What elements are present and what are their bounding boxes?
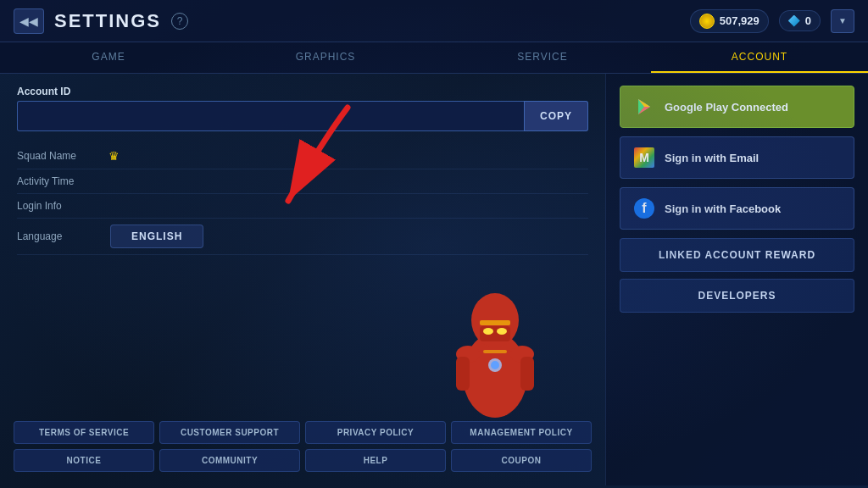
dropdown-button[interactable]: ▼ [831, 9, 854, 33]
coupon-button[interactable]: COUPON [451, 449, 592, 472]
page-title: SETTINGS [54, 10, 161, 32]
google-play-button[interactable]: Google Play Connected [620, 86, 854, 128]
tab-game[interactable]: GAME [0, 42, 217, 73]
svg-rect-9 [456, 357, 470, 391]
activity-time-label: Activity Time [17, 175, 102, 187]
left-panel: Account ID COPY Squad Name ♛ Activity Ti… [0, 74, 605, 485]
svg-point-3 [483, 328, 493, 335]
google-play-label: Google Play Connected [665, 101, 788, 114]
facebook-label: Sign in with Facebook [665, 202, 781, 215]
svg-point-6 [491, 361, 499, 369]
management-policy-button[interactable]: MANAGEMENT POLICY [451, 421, 592, 444]
language-label: Language [17, 230, 102, 242]
tabs-bar: GAME GRAPHICS SERVICE ACCOUNT [0, 42, 868, 74]
gem-icon [788, 15, 800, 27]
privacy-policy-button[interactable]: PRIVACY POLICY [305, 421, 446, 444]
facebook-signin-button[interactable]: f Sign in with Facebook [620, 187, 854, 230]
gmail-icon: M [634, 147, 654, 168]
back-button[interactable]: ◀◀ [14, 8, 44, 34]
terms-of-service-button[interactable]: TERMS OF SERVICE [14, 421, 154, 444]
gems-value: 0 [805, 14, 811, 27]
info-rows: Squad Name ♛ Activity Time Login Info La… [17, 143, 588, 255]
coins-value: 507,929 [720, 14, 760, 27]
language-row: Language ENGLISH [17, 219, 588, 255]
tab-graphics[interactable]: GRAPHICS [217, 42, 434, 73]
misc-button-row: NOTICE COMMUNITY HELP COUPON [14, 449, 592, 472]
header-bar: ◀◀ SETTINGS ? 507,929 0 ▼ [0, 0, 868, 42]
email-signin-button[interactable]: M Sign in with Email [620, 136, 854, 179]
settings-screen: ◀◀ SETTINGS ? 507,929 0 ▼ GAME GRAPHICS … [0, 0, 868, 488]
community-button[interactable]: COMMUNITY [159, 449, 300, 472]
developers-button[interactable]: DEVELOPERS [620, 279, 854, 313]
email-label: Sign in with Email [665, 152, 759, 164]
login-info-row: Login Info [17, 194, 588, 219]
notice-button[interactable]: NOTICE [14, 449, 154, 472]
facebook-icon: f [634, 198, 654, 219]
right-bottom-buttons: LINKED ACCOUNT REWARD DEVELOPERS [620, 238, 854, 319]
crown-icon: ♛ [108, 149, 120, 163]
header-right: 507,929 0 ▼ [690, 9, 854, 33]
account-id-input[interactable] [17, 101, 524, 131]
svg-rect-2 [480, 326, 510, 341]
account-id-label: Account ID [17, 86, 588, 97]
login-info-label: Login Info [17, 200, 102, 212]
customer-support-button[interactable]: CUSTOMER SUPPORT [159, 421, 300, 444]
svg-point-4 [497, 328, 507, 335]
account-id-row: COPY [17, 101, 588, 131]
svg-rect-12 [483, 350, 507, 353]
google-play-icon [634, 97, 654, 117]
help-button[interactable]: HELP [305, 449, 446, 472]
right-panel: Google Play Connected M Sign in with Ema… [605, 74, 868, 485]
svg-rect-11 [480, 320, 510, 325]
account-id-section: Account ID COPY [17, 86, 588, 131]
coins-badge: 507,929 [690, 9, 769, 33]
help-icon[interactable]: ? [171, 13, 188, 30]
language-button[interactable]: ENGLISH [110, 225, 203, 248]
squad-name-row: Squad Name ♛ [17, 143, 588, 169]
gems-badge: 0 [779, 10, 821, 31]
ironman-svg [436, 265, 554, 418]
linked-account-reward-button[interactable]: LINKED ACCOUNT REWARD [620, 238, 854, 272]
activity-time-row: Activity Time [17, 169, 588, 194]
svg-rect-10 [520, 357, 534, 391]
squad-name-label: Squad Name [17, 150, 102, 162]
header-left: ◀◀ SETTINGS ? [14, 8, 188, 34]
copy-button[interactable]: COPY [524, 101, 588, 131]
character-image [436, 265, 554, 418]
tab-account[interactable]: ACCOUNT [651, 42, 868, 73]
policy-button-row: TERMS OF SERVICE CUSTOMER SUPPORT PRIVAC… [14, 421, 592, 444]
coin-icon [699, 14, 715, 29]
bottom-buttons: TERMS OF SERVICE CUSTOMER SUPPORT PRIVAC… [14, 421, 592, 477]
tab-service[interactable]: SERVICE [434, 42, 651, 73]
main-content: Account ID COPY Squad Name ♛ Activity Ti… [0, 74, 868, 485]
